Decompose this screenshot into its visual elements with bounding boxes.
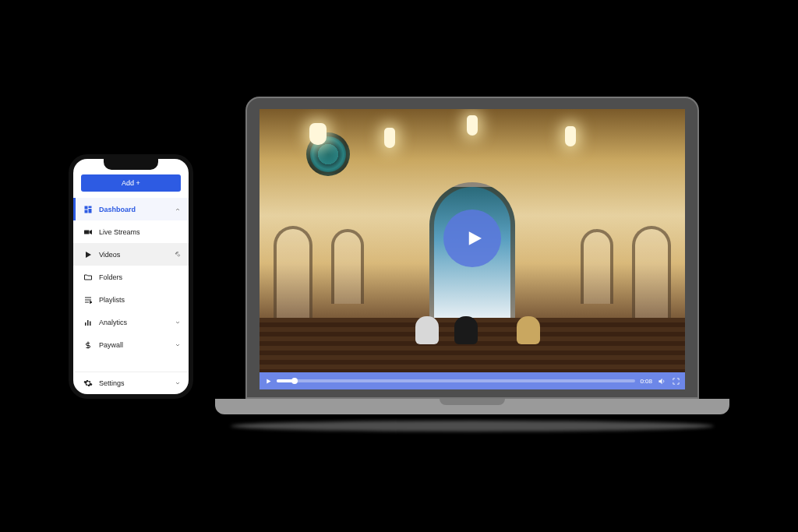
chandelier-light: [565, 126, 576, 146]
play-overlay-button[interactable]: [443, 210, 501, 267]
laptop-screen-bezel: 0:08: [245, 97, 699, 399]
chandelier-light: [309, 123, 327, 145]
sidebar-item-label: Live Streams: [99, 228, 181, 236]
sidebar-item-videos[interactable]: Videos: [73, 243, 189, 266]
time-label: 0:08: [640, 378, 652, 385]
sidebar-nav: Dashboard Live Streams Videos: [73, 198, 189, 372]
video-controls-bar: 0:08: [260, 372, 685, 389]
church-window-arch: [581, 229, 613, 304]
svg-marker-5: [90, 230, 92, 234]
svg-rect-11: [85, 322, 87, 326]
congregation-person: [517, 316, 540, 344]
chevron-up-icon: [175, 206, 181, 213]
chandelier-light: [467, 115, 478, 136]
progress-track[interactable]: [277, 379, 635, 382]
sidebar-item-folders[interactable]: Folders: [73, 266, 189, 288]
sidebar-item-paywall[interactable]: Paywall: [73, 333, 189, 356]
church-window-arch: [632, 226, 671, 319]
chevron-down-icon: [175, 380, 181, 386]
sidebar-item-analytics[interactable]: Analytics: [73, 311, 189, 333]
svg-marker-17: [659, 378, 662, 383]
sidebar-item-label: Dashboard: [99, 206, 168, 213]
laptop-base: [215, 399, 729, 414]
laptop-device-frame: 0:08: [215, 97, 729, 432]
svg-rect-13: [90, 321, 91, 326]
church-window-arch: [274, 226, 312, 319]
svg-marker-6: [86, 252, 91, 258]
camera-icon: [83, 227, 93, 237]
svg-rect-2: [89, 209, 92, 213]
fullscreen-icon[interactable]: [671, 376, 680, 386]
sidebar-item-dashboard[interactable]: Dashboard: [73, 198, 189, 220]
congregation-person: [415, 316, 439, 344]
sidebar-item-playlists[interactable]: Playlists: [73, 288, 189, 311]
svg-rect-12: [87, 320, 89, 326]
svg-rect-0: [85, 206, 88, 209]
folder-icon: [83, 273, 93, 282]
play-pause-button[interactable]: [264, 377, 272, 385]
gear-icon: [83, 379, 93, 388]
svg-marker-16: [267, 379, 270, 383]
play-icon: [83, 250, 93, 259]
svg-rect-3: [85, 210, 88, 213]
chevron-down-icon: [175, 319, 181, 326]
progress-thumb[interactable]: [291, 378, 298, 384]
playlist-icon: [83, 295, 93, 305]
dollar-icon: [83, 340, 93, 350]
sidebar-item-label: Playlists: [99, 296, 181, 304]
add-button-container: Add +: [73, 174, 189, 198]
church-window-arch: [331, 229, 364, 304]
sidebar-item-live-streams[interactable]: Live Streams: [73, 220, 189, 243]
chevron-down-icon: [175, 342, 181, 348]
sidebar-item-label: Settings: [99, 379, 168, 387]
congregation-person: [454, 316, 478, 344]
sidebar-item-settings[interactable]: Settings: [73, 372, 189, 394]
add-button[interactable]: Add +: [81, 174, 181, 192]
phone-notch: [104, 159, 158, 170]
laptop-shadow: [231, 421, 714, 432]
analytics-icon: [83, 318, 93, 327]
dashboard-icon: [83, 205, 93, 214]
svg-marker-10: [90, 301, 93, 303]
volume-icon[interactable]: [657, 376, 666, 386]
sidebar-item-label: Paywall: [99, 341, 168, 349]
video-player[interactable]: 0:08: [260, 109, 685, 389]
cursor-icon: [175, 252, 181, 258]
svg-marker-15: [469, 231, 482, 245]
phone-screen: Add + Dashboard Live Streams: [73, 159, 189, 394]
sidebar-item-label: Videos: [99, 251, 168, 259]
svg-rect-4: [84, 230, 90, 234]
svg-rect-1: [89, 206, 92, 208]
chandelier-light: [384, 128, 395, 148]
phone-device-frame: Add + Dashboard Live Streams: [69, 154, 193, 399]
sidebar-item-label: Analytics: [99, 319, 168, 326]
sidebar-item-label: Folders: [99, 273, 181, 281]
